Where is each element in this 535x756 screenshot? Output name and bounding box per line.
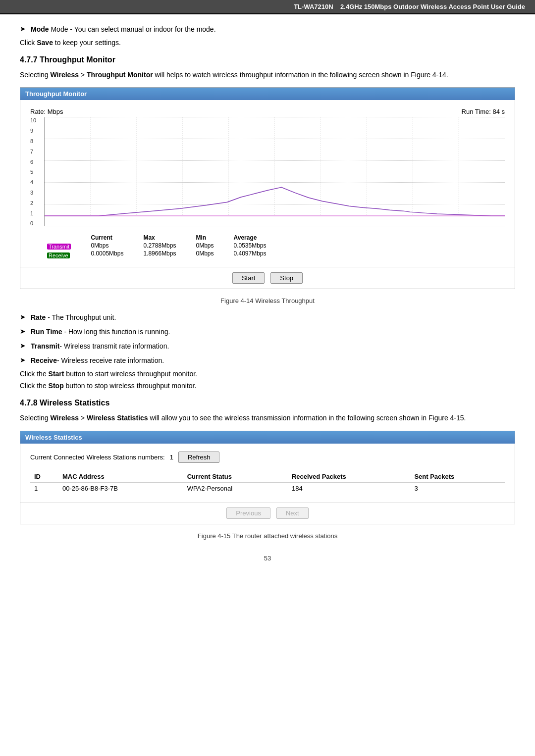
rate-bullet-text: Rate - The Throughput unit. bbox=[31, 312, 116, 323]
refresh-button[interactable]: Refresh bbox=[178, 452, 220, 463]
cell-status: WPA2-Personal bbox=[183, 482, 288, 494]
previous-button[interactable]: Previous bbox=[226, 507, 270, 519]
chart-svg bbox=[45, 117, 505, 226]
receive-bullet-text: Receive- Wireless receive rate informati… bbox=[31, 355, 164, 366]
cell-id: 1 bbox=[30, 482, 58, 494]
transmit-current: 0Mbps bbox=[91, 242, 123, 249]
cell-mac: 00-25-86-B8-F3-7B bbox=[58, 482, 183, 494]
table-row: 1 00-25-86-B8-F3-7B WPA2-Personal 184 3 bbox=[30, 482, 505, 494]
main-content: ➤ Mode Mode - You can select manual or i… bbox=[0, 14, 535, 572]
page-number: 53 bbox=[20, 554, 515, 562]
col-mac: MAC Address bbox=[58, 471, 183, 483]
min-header: Min bbox=[196, 234, 214, 241]
receive-current: 0.0005Mbps bbox=[91, 250, 123, 257]
runtime-bullet: ➤ Run Time - How long this function is r… bbox=[20, 327, 515, 337]
transmit-min: 0Mbps bbox=[196, 242, 214, 249]
table-header-row: ID MAC Address Current Status Received P… bbox=[30, 471, 505, 483]
rate-bullet: ➤ Rate - The Throughput unit. bbox=[20, 312, 515, 323]
wireless-stats-heading: 4.7.8 Wireless Statistics bbox=[20, 399, 515, 407]
chart-area: 0 1 2 3 4 5 6 7 8 9 10 bbox=[30, 117, 505, 226]
throughput-buttons-row: Start Stop bbox=[20, 267, 515, 289]
cell-received: 184 bbox=[288, 482, 410, 494]
wireless-stats-desc: Selecting Wireless > Wireless Statistics… bbox=[20, 412, 515, 423]
stop-note: Click the Stop button to stop wireless t… bbox=[20, 382, 515, 390]
wireless-stats-box: Wireless Statistics Current Connected Wi… bbox=[20, 431, 515, 524]
nav-buttons-row: Previous Next bbox=[20, 502, 515, 524]
rate-label: Rate: Mbps bbox=[30, 108, 63, 115]
stats-col-min: Min 0Mbps 0Mbps bbox=[196, 234, 214, 259]
connected-row: Current Connected Wireless Stations numb… bbox=[30, 452, 505, 463]
throughput-box-content: Rate: Mbps Run Time: 84 s 0 1 2 3 4 5 6 … bbox=[20, 100, 515, 267]
transmit-bullet: ➤ Transmit- Wireless transmit rate infor… bbox=[20, 341, 515, 352]
col-id: ID bbox=[30, 471, 58, 483]
mode-bullet-text: Mode Mode - You can select manual or ind… bbox=[31, 24, 216, 35]
connected-label: Current Connected Wireless Stations numb… bbox=[30, 454, 165, 461]
max-header: Max bbox=[143, 234, 176, 241]
transmit-avg: 0.0535Mbps bbox=[234, 242, 267, 249]
stats-col-avg: Average 0.0535Mbps 0.4097Mbps bbox=[234, 234, 267, 259]
next-button[interactable]: Next bbox=[276, 507, 309, 519]
col-received: Received Packets bbox=[288, 471, 410, 483]
mode-bullet-item: ➤ Mode Mode - You can select manual or i… bbox=[20, 24, 515, 35]
wireless-stats-figure-caption: Figure 4-15 The router attached wireless… bbox=[20, 532, 515, 540]
start-note: Click the Start button to start wireless… bbox=[20, 370, 515, 378]
receive-max: 1.8966Mbps bbox=[143, 250, 176, 257]
chart-container: Rate: Mbps Run Time: 84 s 0 1 2 3 4 5 6 … bbox=[30, 108, 505, 226]
col-sent: Sent Packets bbox=[410, 471, 505, 483]
stats-col-max: Max 0.2788Mbps 1.8966Mbps bbox=[143, 234, 176, 259]
throughput-box-header: Throughput Monitor bbox=[20, 88, 515, 100]
page-header: TL-WA7210N 2.4GHz 150Mbps Outdoor Wirele… bbox=[0, 0, 535, 14]
receive-badge: Receive bbox=[47, 252, 70, 258]
connected-count: 1 bbox=[170, 454, 173, 461]
y-axis: 0 1 2 3 4 5 6 7 8 9 10 bbox=[30, 117, 44, 226]
cell-sent: 3 bbox=[410, 482, 505, 494]
receive-bullet: ➤ Receive- Wireless receive rate informa… bbox=[20, 355, 515, 366]
wireless-stats-box-content: Current Connected Wireless Stations numb… bbox=[20, 444, 515, 502]
start-button[interactable]: Start bbox=[232, 272, 265, 284]
stations-table: ID MAC Address Current Status Received P… bbox=[30, 471, 505, 494]
mode-desc: Mode - You can select manual or indoor f… bbox=[51, 25, 215, 33]
model-name: TL-WA7210N bbox=[294, 3, 333, 10]
chart-graph bbox=[44, 117, 505, 226]
throughput-figure-caption: Figure 4-14 Wireless Throughput bbox=[20, 297, 515, 304]
receive-min: 0Mbps bbox=[196, 250, 214, 257]
stop-button[interactable]: Stop bbox=[270, 272, 303, 284]
stats-col-current: Current 0Mbps 0.0005Mbps bbox=[91, 234, 123, 259]
avg-header: Average bbox=[234, 234, 267, 241]
current-header: Current bbox=[91, 234, 123, 241]
transmit-badge: Transmit bbox=[47, 244, 71, 250]
stats-col-label: Transmit Receive bbox=[47, 234, 71, 259]
bullet-arrow-runtime: ➤ bbox=[20, 327, 26, 335]
stats-table: Transmit Receive Current 0Mbps 0.0005Mbp… bbox=[30, 234, 505, 259]
bullet-arrow-transmit: ➤ bbox=[20, 342, 26, 350]
receive-avg: 0.4097Mbps bbox=[234, 250, 267, 257]
guide-title: 2.4GHz 150Mbps Outdoor Wireless Access P… bbox=[340, 3, 525, 10]
save-note: Click Save to keep your settings. bbox=[20, 39, 515, 47]
col-status: Current Status bbox=[183, 471, 288, 483]
throughput-desc: Selecting Wireless > Throughput Monitor … bbox=[20, 69, 515, 80]
wireless-stats-box-header: Wireless Statistics bbox=[20, 431, 515, 444]
transmit-bullet-text: Transmit- Wireless transmit rate informa… bbox=[31, 341, 169, 352]
bullet-arrow-icon: ➤ bbox=[20, 25, 26, 33]
bullet-arrow-receive: ➤ bbox=[20, 356, 26, 364]
throughput-monitor-box: Throughput Monitor Rate: Mbps Run Time: … bbox=[20, 87, 515, 289]
chart-header: Rate: Mbps Run Time: 84 s bbox=[30, 108, 505, 115]
mode-label: Mode bbox=[31, 25, 49, 33]
bullet-arrow-rate: ➤ bbox=[20, 313, 26, 321]
runtime-bullet-text: Run Time - How long this function is run… bbox=[31, 327, 170, 337]
run-time-label: Run Time: 84 s bbox=[462, 108, 505, 115]
transmit-max: 0.2788Mbps bbox=[143, 242, 176, 249]
throughput-section-heading: 4.7.7 Throughput Monitor bbox=[20, 55, 515, 64]
